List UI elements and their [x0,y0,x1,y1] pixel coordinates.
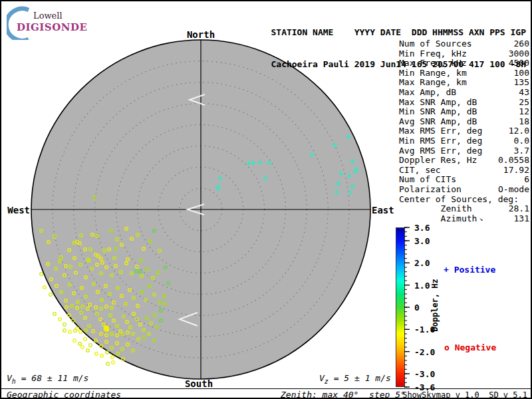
source-point-negative [49,293,53,297]
footer-divider [1,388,532,389]
stat-label: Min Range, km [399,68,467,78]
legend-negative-label: Negative [455,342,497,352]
source-point-negative [68,331,72,334]
source-point-negative [100,354,104,358]
stat-label: Max Freq, kHz [399,59,467,68]
legend-positive-label: Positive [454,265,496,275]
vh-symbol: V [7,373,12,383]
stat-value: 135 [514,78,529,88]
stat-label: Avg SNR Amp, dB [399,117,477,127]
stat-row: Center of Sources, deg: [399,195,529,205]
compass-label-south: South [179,378,219,389]
stat-value: 25 [519,98,529,108]
compass-label-west: West [1,205,30,215]
source-point-negative [53,313,57,316]
source-point-highlight [104,326,109,331]
colorbar-tick-label: -3.0 [414,369,441,379]
stat-label: Polarization [399,185,462,195]
stat-row: Max SNR Amp, dB25 [399,98,529,108]
stat-row: Num of Sources260 [399,39,529,49]
compass-label-north: North [181,29,221,40]
stat-row: PolarizationO-mode [399,185,529,195]
stat-row: Max Amp, dB43 [399,88,529,98]
stat-value: 0.0 [514,136,529,146]
vh-value: = 68 ± 11 m/s [16,373,89,383]
stat-label: Max Range, km [399,78,467,88]
stat-value: 3.7 [514,146,529,156]
stat-row: Max RMS Err, deg12.0 [399,126,529,136]
horizontal-velocity-readout: Vh = 68 ± 11 m/s [7,373,88,385]
stat-row: Doppler Res, Hz0.0558 [399,156,529,166]
stat-value: 12.0 [509,126,529,136]
source-point-negative [95,352,98,356]
vz-value: = 5 ± 1 m/s [329,373,391,383]
source-point-negative [40,273,43,276]
stat-row: CIT, sec17.92 [399,166,529,176]
stat-value: 260 [514,39,529,49]
azimuth-direction-arrow-icon: ↑ [477,215,487,224]
stat-row: Avg SNR Amp, dB18 [399,117,529,127]
colorbar-tick-label: 2.0 [414,258,441,268]
stat-value: 18 [519,117,529,127]
vz-symbol: V [319,373,325,383]
source-point-negative [86,349,90,352]
colorbar-tick-label: 3.6 [414,223,441,233]
source-point-negative [43,286,47,289]
logo-lowell-text: Lowell [33,11,63,21]
stat-row: Min SNR Amp, dB12 [399,107,529,117]
source-point-negative [111,356,114,359]
plus-marker-icon: + [444,265,449,275]
stat-label: Zenith [399,204,472,214]
stat-value: O-mode [498,185,529,195]
stat-label: Max SNR Amp, dB [399,98,477,108]
stat-label: Num of CITs [399,175,456,185]
coordinate-system-label: Geographic coordinates [7,390,121,399]
legend-negative: o Negative [444,342,496,352]
source-point-negative [73,339,76,342]
source-point-negative [81,346,84,349]
stat-label: Num of Sources [399,39,472,49]
stat-label: Max Amp, dB [399,88,456,98]
stat-label: Min Freq, kHz [399,49,467,59]
source-point-negative [79,331,82,334]
stat-label: Min RMS Err, deg [399,136,482,146]
stat-label: Avg RMS Err, deg [399,146,482,156]
stat-row: Max Freq, kHz4500 [399,59,529,68]
stat-row: Max Range, km135 [399,78,529,88]
stat-value: 17.92 [503,166,529,176]
stat-value: 131 [514,214,529,225]
stat-row: Zenith28.1 [399,204,529,214]
software-version-label: ShowSkymap v 1.0 SD v 5.1 [402,390,527,399]
stat-label: Max RMS Err, deg [399,126,482,136]
stat-value: 0.0558 [498,156,529,166]
stat-row: Num of CITs6 [399,175,529,185]
stat-row: Min Range, km100 [399,68,529,78]
stat-label: Azimuth↑ [399,214,483,225]
source-point-negative [74,329,77,332]
showskymap-window: Lowell DIGISONDE STATION NAME YYYY DATE … [0,0,532,399]
colorbar-tick-label: -2.0 [414,347,441,357]
source-point-negative [63,329,66,332]
source-point-negative [106,362,110,366]
colorbar-tick-label: 3.0 [414,236,441,246]
stat-value: 100 [514,68,529,78]
stat-row: Min RMS Err, deg0.0 [399,136,529,146]
stat-label: Center of Sources, deg: [399,195,519,205]
stat-value: 28.1 [509,204,529,214]
stat-value: 6 [524,175,529,185]
zenith-range-note: Zenith: max 40° step 5° [281,390,406,399]
source-point-negative [63,323,66,327]
stat-label: CIT, sec [399,166,441,176]
stat-label: Min SNR Amp, dB [399,107,477,117]
legend-positive: + Positive [444,265,495,275]
stat-value: 4500 [509,59,529,68]
doppler-colorbar-ticks [404,226,414,388]
stat-row: Min Freq, kHz3000 [399,49,529,59]
vertical-velocity-readout: Vz = 5 ± 1 m/s [319,373,391,385]
stat-value: 43 [519,88,529,98]
source-point-negative [78,342,82,346]
stat-value: 3000 [509,49,529,59]
digisonde-logo: Lowell DIGISONDE [7,4,86,36]
stat-value: 12 [519,107,529,117]
stat-row: Avg RMS Err, deg3.7 [399,146,529,156]
